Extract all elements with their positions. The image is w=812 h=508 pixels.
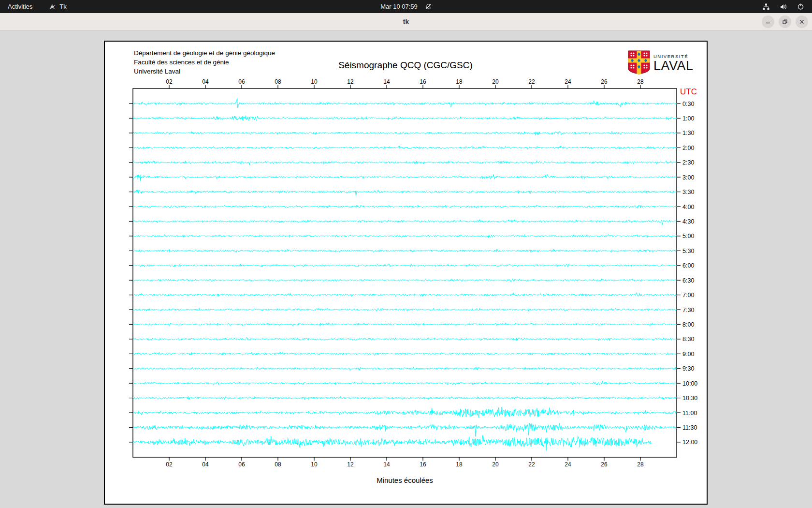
- trace-row-10-00: [133, 381, 677, 385]
- x-tick-label-top: 26: [601, 78, 608, 85]
- x-tick-label-top: 06: [238, 78, 245, 85]
- trace-row-2-00: [133, 146, 677, 149]
- window-titlebar[interactable]: tk: [0, 13, 812, 31]
- row-time-label: 10:00: [682, 380, 697, 387]
- trace-row-10-30: [133, 396, 677, 400]
- trace-row-3-00: [133, 174, 677, 181]
- x-tick-label-bottom: 04: [202, 461, 209, 468]
- trace-row-3-30: [133, 190, 677, 195]
- trace-row-12-00: [133, 435, 652, 451]
- trace-row-8-30: [133, 337, 677, 341]
- trace-row-11-30: [133, 423, 677, 437]
- row-time-label: 2:30: [682, 159, 694, 166]
- row-time-label: 6:30: [682, 277, 694, 284]
- x-tick-label-top: 12: [347, 78, 354, 85]
- trace-row-11-00: [133, 407, 677, 418]
- row-time-label: 7:00: [682, 292, 694, 299]
- row-time-label: 6:00: [682, 262, 694, 269]
- row-time-label: 1:30: [682, 130, 694, 136]
- seismograph-canvas: Département de géologie et de génie géol…: [104, 41, 708, 505]
- row-time-label: 5:30: [682, 248, 694, 254]
- x-tick-label-bottom: 24: [565, 461, 571, 468]
- trace-row-6-30: [133, 279, 677, 282]
- x-tick-label-top: 02: [166, 78, 173, 85]
- trace-row-5-30: [133, 249, 677, 253]
- utc-label: UTC: [680, 87, 697, 96]
- x-tick-label-bottom: 22: [528, 461, 535, 468]
- x-axis-title: Minutes écoulées: [377, 476, 433, 484]
- row-time-label: 4:30: [682, 218, 694, 225]
- trace-row-7-30: [133, 308, 677, 312]
- minimize-button[interactable]: [762, 15, 774, 28]
- row-time-label: 10:30: [682, 395, 697, 402]
- x-tick-label-top: 20: [492, 78, 499, 85]
- tk-app-icon: [49, 3, 56, 10]
- restore-button[interactable]: [779, 15, 791, 28]
- x-tick-label-bottom: 02: [166, 461, 173, 468]
- close-button[interactable]: [796, 15, 808, 28]
- notifications-off-icon: [425, 3, 432, 10]
- app-menu-label: Tk: [59, 3, 66, 10]
- clock-menu[interactable]: Mar 10 07:59: [380, 0, 432, 13]
- row-time-label: 3:00: [682, 174, 694, 181]
- row-time-label: 0:30: [682, 101, 694, 107]
- power-icon[interactable]: [797, 3, 804, 10]
- row-time-label: 4:00: [682, 204, 694, 210]
- row-time-label: 2:00: [682, 145, 694, 151]
- trace-row-4-30: [133, 220, 677, 225]
- plot-border: [133, 89, 677, 457]
- trace-row-9-30: [133, 367, 677, 371]
- desktop: Activities Tk Mar 10 07:59: [0, 0, 812, 508]
- row-time-label: 5:00: [682, 233, 694, 239]
- row-time-label: 12:00: [682, 439, 697, 446]
- gnome-top-bar: Activities Tk Mar 10 07:59: [0, 0, 812, 13]
- row-time-label: 8:30: [682, 336, 694, 343]
- x-tick-label-top: 18: [456, 78, 463, 85]
- x-tick-label-bottom: 08: [275, 461, 281, 468]
- trace-row-2-30: [133, 161, 677, 165]
- row-time-label: 11:30: [682, 424, 697, 431]
- x-tick-label-bottom: 28: [637, 461, 644, 468]
- row-time-label: 9:30: [682, 365, 694, 372]
- x-tick-label-top: 08: [275, 78, 281, 85]
- trace-row-4-00: [133, 205, 677, 209]
- tk-window-body: Département de géologie et de génie géol…: [0, 31, 812, 508]
- x-tick-label-top: 16: [420, 78, 426, 85]
- trace-row-1-00: [133, 116, 677, 120]
- x-tick-label-top: 04: [202, 78, 209, 85]
- trace-row-5-00: [133, 235, 677, 238]
- trace-row-6-00: [133, 264, 677, 267]
- trace-row-8-00: [133, 323, 677, 326]
- row-time-label: 7:30: [682, 307, 694, 314]
- trace-row-9-00: [133, 352, 677, 356]
- activities-button[interactable]: Activities: [8, 0, 32, 13]
- x-tick-label-bottom: 10: [311, 461, 318, 468]
- network-icon[interactable]: [762, 3, 770, 11]
- x-tick-label-top: 28: [637, 78, 644, 85]
- x-tick-label-bottom: 20: [492, 461, 499, 468]
- row-time-label: 8:00: [682, 321, 694, 328]
- trace-row-7-00: [133, 293, 677, 297]
- activities-label: Activities: [8, 3, 32, 10]
- app-menu[interactable]: Tk: [49, 0, 66, 13]
- window-title: tk: [403, 18, 409, 26]
- x-tick-label-bottom: 16: [420, 461, 426, 468]
- trace-row-0-30: [133, 99, 677, 108]
- x-tick-label-top: 10: [311, 78, 318, 85]
- x-tick-label-bottom: 14: [383, 461, 390, 468]
- row-time-label: 1:00: [682, 115, 694, 122]
- seismogram-plot: 0202040406060808101012121414161618182020…: [105, 42, 707, 504]
- row-time-label: 3:30: [682, 189, 694, 195]
- x-tick-label-bottom: 26: [601, 461, 608, 468]
- row-time-label: 9:00: [682, 351, 694, 358]
- x-tick-label-bottom: 18: [456, 461, 463, 468]
- x-tick-label-top: 14: [383, 78, 390, 85]
- trace-row-1-30: [133, 131, 677, 135]
- clock-label: Mar 10 07:59: [380, 3, 418, 10]
- x-tick-label-top: 24: [565, 78, 571, 85]
- row-time-label: 11:00: [682, 410, 697, 417]
- x-tick-label-bottom: 06: [238, 461, 245, 468]
- x-tick-label-top: 22: [528, 78, 535, 85]
- volume-icon[interactable]: [780, 3, 787, 11]
- x-tick-label-bottom: 12: [347, 461, 354, 468]
